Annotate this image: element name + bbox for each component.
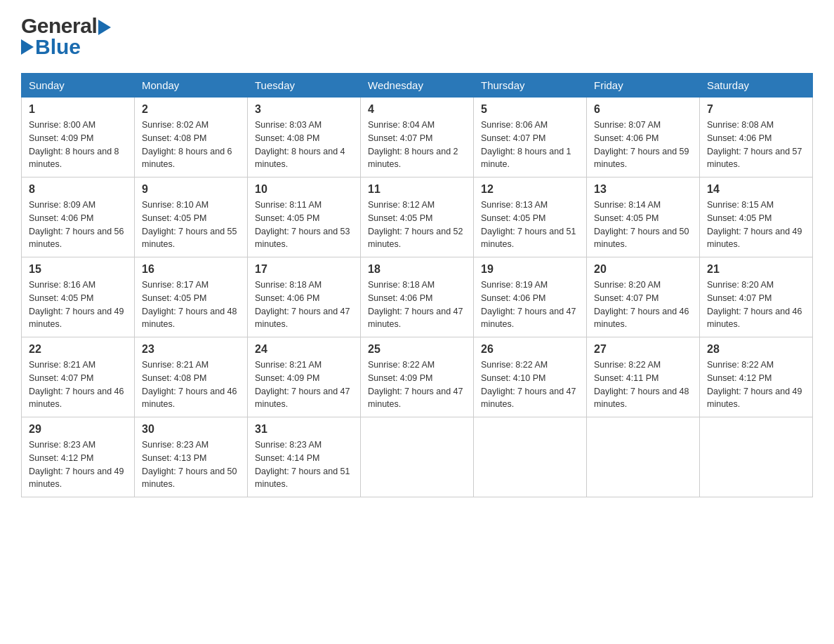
day-info: Sunrise: 8:08 AMSunset: 4:06 PMDaylight:… — [707, 119, 805, 171]
day-number: 31 — [255, 423, 353, 436]
day-info: Sunrise: 8:22 AMSunset: 4:09 PMDaylight:… — [368, 358, 466, 411]
day-number: 15 — [29, 263, 127, 276]
day-number: 28 — [707, 343, 805, 356]
day-info: Sunrise: 8:06 AMSunset: 4:07 PMDaylight:… — [481, 119, 579, 171]
day-cell: 13Sunrise: 8:14 AMSunset: 4:05 PMDayligh… — [587, 177, 700, 257]
day-info: Sunrise: 8:19 AMSunset: 4:06 PMDaylight:… — [481, 279, 579, 331]
day-number: 24 — [255, 343, 353, 356]
day-cell: 4Sunrise: 8:04 AMSunset: 4:07 PMDaylight… — [361, 98, 474, 177]
day-info: Sunrise: 8:21 AMSunset: 4:07 PMDaylight:… — [29, 358, 127, 411]
day-cell: 10Sunrise: 8:11 AMSunset: 4:05 PMDayligh… — [248, 177, 361, 257]
day-number: 10 — [255, 183, 353, 196]
day-cell: 17Sunrise: 8:18 AMSunset: 4:06 PMDayligh… — [248, 257, 361, 337]
header-row: SundayMondayTuesdayWednesdayThursdayFrid… — [22, 74, 813, 98]
week-row-3: 15Sunrise: 8:16 AMSunset: 4:05 PMDayligh… — [22, 257, 813, 337]
day-number: 9 — [142, 183, 240, 196]
day-info: Sunrise: 8:10 AMSunset: 4:05 PMDaylight:… — [142, 199, 240, 251]
day-cell: 12Sunrise: 8:13 AMSunset: 4:05 PMDayligh… — [474, 177, 587, 257]
day-cell: 7Sunrise: 8:08 AMSunset: 4:06 PMDaylight… — [700, 98, 813, 177]
day-info: Sunrise: 8:22 AMSunset: 4:10 PMDaylight:… — [481, 358, 579, 411]
day-number: 13 — [594, 183, 692, 196]
day-cell: 2Sunrise: 8:02 AMSunset: 4:08 PMDaylight… — [135, 98, 248, 177]
day-info: Sunrise: 8:11 AMSunset: 4:05 PMDaylight:… — [255, 199, 353, 251]
day-info: Sunrise: 8:18 AMSunset: 4:06 PMDaylight:… — [255, 279, 353, 331]
weekday-header-wednesday: Wednesday — [361, 74, 474, 98]
day-number: 30 — [142, 423, 240, 436]
day-number: 17 — [255, 263, 353, 276]
weekday-header-thursday: Thursday — [474, 74, 587, 98]
day-number: 5 — [481, 103, 579, 116]
day-cell: 11Sunrise: 8:12 AMSunset: 4:05 PMDayligh… — [361, 177, 474, 257]
day-number: 18 — [368, 263, 466, 276]
day-cell — [587, 417, 700, 497]
day-number: 12 — [481, 183, 579, 196]
day-cell: 19Sunrise: 8:19 AMSunset: 4:06 PMDayligh… — [474, 257, 587, 337]
day-cell: 24Sunrise: 8:21 AMSunset: 4:09 PMDayligh… — [248, 337, 361, 417]
day-info: Sunrise: 8:00 AMSunset: 4:09 PMDaylight:… — [29, 119, 127, 171]
day-cell: 18Sunrise: 8:18 AMSunset: 4:06 PMDayligh… — [361, 257, 474, 337]
day-cell: 15Sunrise: 8:16 AMSunset: 4:05 PMDayligh… — [22, 257, 135, 337]
day-number: 11 — [368, 183, 466, 196]
day-info: Sunrise: 8:21 AMSunset: 4:09 PMDaylight:… — [255, 358, 353, 411]
day-cell: 1Sunrise: 8:00 AMSunset: 4:09 PMDaylight… — [22, 98, 135, 177]
day-number: 20 — [594, 263, 692, 276]
day-cell: 31Sunrise: 8:23 AMSunset: 4:14 PMDayligh… — [248, 417, 361, 497]
day-cell: 3Sunrise: 8:03 AMSunset: 4:08 PMDaylight… — [248, 98, 361, 177]
day-number: 21 — [707, 263, 805, 276]
day-cell: 5Sunrise: 8:06 AMSunset: 4:07 PMDaylight… — [474, 98, 587, 177]
day-cell: 23Sunrise: 8:21 AMSunset: 4:08 PMDayligh… — [135, 337, 248, 417]
day-info: Sunrise: 8:23 AMSunset: 4:12 PMDaylight:… — [29, 438, 127, 491]
day-cell: 27Sunrise: 8:22 AMSunset: 4:11 PMDayligh… — [587, 337, 700, 417]
day-cell — [474, 417, 587, 497]
day-info: Sunrise: 8:18 AMSunset: 4:06 PMDaylight:… — [368, 279, 466, 331]
day-number: 25 — [368, 343, 466, 356]
weekday-header-saturday: Saturday — [700, 74, 813, 98]
day-number: 14 — [707, 183, 805, 196]
logo-arrow-icon — [98, 20, 111, 35]
week-row-2: 8Sunrise: 8:09 AMSunset: 4:06 PMDaylight… — [22, 177, 813, 257]
day-info: Sunrise: 8:16 AMSunset: 4:05 PMDaylight:… — [29, 279, 127, 331]
day-cell — [700, 417, 813, 497]
page-header: General Blue — [21, 14, 813, 59]
day-info: Sunrise: 8:21 AMSunset: 4:08 PMDaylight:… — [142, 358, 240, 411]
day-info: Sunrise: 8:22 AMSunset: 4:11 PMDaylight:… — [594, 358, 692, 411]
day-number: 26 — [481, 343, 579, 356]
weekday-header-sunday: Sunday — [22, 74, 135, 98]
weekday-header-tuesday: Tuesday — [248, 74, 361, 98]
day-info: Sunrise: 8:14 AMSunset: 4:05 PMDaylight:… — [594, 199, 692, 251]
day-number: 27 — [594, 343, 692, 356]
day-number: 23 — [142, 343, 240, 356]
day-number: 19 — [481, 263, 579, 276]
logo-general-text: General — [21, 14, 97, 38]
day-number: 8 — [29, 183, 127, 196]
day-cell: 14Sunrise: 8:15 AMSunset: 4:05 PMDayligh… — [700, 177, 813, 257]
day-info: Sunrise: 8:20 AMSunset: 4:07 PMDaylight:… — [594, 279, 692, 331]
weekday-header-monday: Monday — [135, 74, 248, 98]
day-info: Sunrise: 8:13 AMSunset: 4:05 PMDaylight:… — [481, 199, 579, 251]
day-info: Sunrise: 8:03 AMSunset: 4:08 PMDaylight:… — [255, 119, 353, 171]
day-info: Sunrise: 8:22 AMSunset: 4:12 PMDaylight:… — [707, 358, 805, 411]
day-cell: 28Sunrise: 8:22 AMSunset: 4:12 PMDayligh… — [700, 337, 813, 417]
day-cell: 22Sunrise: 8:21 AMSunset: 4:07 PMDayligh… — [22, 337, 135, 417]
day-number: 3 — [255, 103, 353, 116]
day-info: Sunrise: 8:20 AMSunset: 4:07 PMDaylight:… — [707, 279, 805, 331]
day-number: 16 — [142, 263, 240, 276]
day-cell: 21Sunrise: 8:20 AMSunset: 4:07 PMDayligh… — [700, 257, 813, 337]
day-info: Sunrise: 8:02 AMSunset: 4:08 PMDaylight:… — [142, 119, 240, 171]
week-row-1: 1Sunrise: 8:00 AMSunset: 4:09 PMDaylight… — [22, 98, 813, 177]
day-info: Sunrise: 8:17 AMSunset: 4:05 PMDaylight:… — [142, 279, 240, 331]
day-number: 4 — [368, 103, 466, 116]
day-info: Sunrise: 8:15 AMSunset: 4:05 PMDaylight:… — [707, 199, 805, 251]
day-number: 29 — [29, 423, 127, 436]
day-number: 6 — [594, 103, 692, 116]
logo-blue-text: Blue — [35, 35, 81, 59]
day-cell: 20Sunrise: 8:20 AMSunset: 4:07 PMDayligh… — [587, 257, 700, 337]
day-info: Sunrise: 8:23 AMSunset: 4:13 PMDaylight:… — [142, 438, 240, 491]
day-info: Sunrise: 8:23 AMSunset: 4:14 PMDaylight:… — [255, 438, 353, 491]
day-number: 22 — [29, 343, 127, 356]
day-cell: 8Sunrise: 8:09 AMSunset: 4:06 PMDaylight… — [22, 177, 135, 257]
day-cell: 6Sunrise: 8:07 AMSunset: 4:06 PMDaylight… — [587, 98, 700, 177]
day-info: Sunrise: 8:07 AMSunset: 4:06 PMDaylight:… — [594, 119, 692, 171]
day-info: Sunrise: 8:12 AMSunset: 4:05 PMDaylight:… — [368, 199, 466, 251]
weekday-header-friday: Friday — [587, 74, 700, 98]
